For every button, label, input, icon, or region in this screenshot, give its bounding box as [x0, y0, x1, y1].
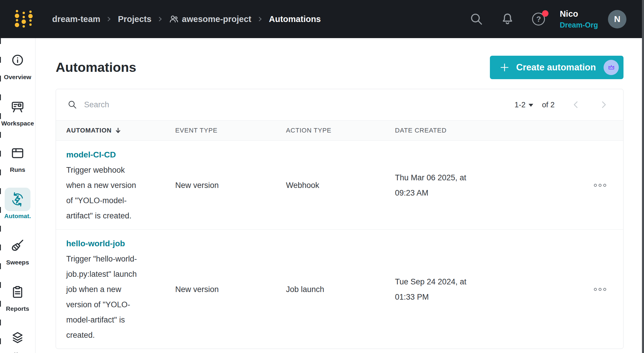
- previous-page-button[interactable]: [570, 99, 582, 111]
- scrollbar[interactable]: [642, 0, 644, 353]
- pagination: 1-2 of 2: [514, 99, 610, 111]
- automation-description: Trigger webhook when a new version of "Y…: [66, 162, 142, 223]
- clipboard-icon: [9, 284, 26, 300]
- page-range-dropdown[interactable]: 1-2: [514, 100, 533, 109]
- search-icon: [68, 100, 77, 109]
- sidebar-item-artifacts[interactable]: Artifacts: [0, 327, 35, 353]
- sidebar-item-workspace[interactable]: Workspace: [0, 95, 35, 127]
- info-icon: [9, 52, 26, 69]
- sidebar-item-label: Runs: [10, 166, 25, 173]
- caret-down-icon: [529, 104, 533, 107]
- wandb-logo-icon[interactable]: [13, 9, 34, 30]
- column-header-label: AUTOMATION: [66, 127, 112, 134]
- breadcrumb-separator-icon: [106, 16, 112, 22]
- breadcrumb-current-page: Automations: [269, 14, 321, 24]
- ellipsis-icon: [594, 184, 597, 187]
- column-header-action-type[interactable]: ACTION TYPE: [286, 127, 395, 134]
- create-automation-button[interactable]: Create automation: [490, 56, 623, 79]
- sidebar-item-label: Workspace: [1, 120, 34, 127]
- table-row: hello-world-job Trigger "hello-world-job…: [56, 230, 623, 349]
- search-input[interactable]: [84, 100, 514, 109]
- sidebar-item-label: Reports: [6, 305, 29, 312]
- main-content: Automations Create automation: [35, 56, 644, 349]
- topbar: dream-team Projects awesome-project Auto…: [0, 0, 644, 38]
- row-actions-button[interactable]: [592, 286, 609, 293]
- workspace-board-icon: [9, 99, 26, 115]
- page-title: Automations: [56, 60, 136, 75]
- table-row: model-CI-CD Trigger webhook when a new v…: [56, 141, 623, 230]
- avatar[interactable]: N: [608, 10, 626, 28]
- breadcrumb: dream-team Projects awesome-project Auto…: [52, 14, 321, 24]
- sidebar-item-sweeps[interactable]: Sweeps: [0, 234, 35, 266]
- runs-table-icon: [9, 145, 26, 161]
- premium-crown-icon: [604, 60, 619, 75]
- table-header-row: AUTOMATION EVENT TYPE ACTION TYPE DATE C…: [56, 120, 623, 141]
- sidebar-item-label: Sweeps: [6, 259, 29, 266]
- automation-cell: hello-world-job Trigger "hello-world-job…: [66, 236, 160, 343]
- event-type-cell: New version: [175, 285, 286, 294]
- sidebar-item-label: Artifacts: [5, 352, 30, 353]
- page-range-value: 1-2: [514, 100, 526, 109]
- user-menu[interactable]: Nico Dream-Org: [560, 9, 598, 30]
- topbar-actions: ? Nico Dream-Org N: [455, 9, 626, 30]
- breadcrumb-project-label: awesome-project: [182, 14, 251, 24]
- automations-table-card: 1-2 of 2 AUTOMATION EVENT TYPE AC: [56, 89, 623, 349]
- breadcrumb-project[interactable]: awesome-project: [169, 14, 251, 24]
- automation-link[interactable]: hello-world-job: [66, 236, 125, 251]
- sidebar-item-reports[interactable]: Reports: [0, 280, 35, 312]
- project-sidebar: Overview Workspace Runs Automat.: [0, 38, 35, 353]
- chevron-left-icon: [571, 100, 581, 110]
- create-automation-label: Create automation: [516, 62, 596, 73]
- automation-link[interactable]: model-CI-CD: [66, 147, 116, 162]
- automation-sync-bolt-icon: [9, 191, 26, 208]
- sidebar-item-overview[interactable]: Overview: [0, 49, 35, 81]
- page-total: of 2: [542, 100, 555, 109]
- action-type-cell: Webhook: [286, 181, 395, 190]
- breadcrumb-separator-icon: [157, 16, 163, 22]
- chevron-right-icon: [599, 100, 609, 110]
- breadcrumb-separator-icon: [257, 16, 263, 22]
- sort-desc-icon: [115, 127, 122, 134]
- help-button[interactable]: ?: [529, 10, 548, 28]
- row-spacer: [547, 147, 582, 223]
- notifications-button[interactable]: [498, 10, 517, 28]
- sidebar-item-label: Automat.: [4, 213, 31, 220]
- sidebar-item-automations[interactable]: Automat.: [0, 188, 35, 220]
- action-type-cell: Job launch: [286, 285, 395, 294]
- automation-description: Trigger "hello-world-job.py:latest" laun…: [66, 251, 142, 343]
- sidebar-item-label: Overview: [4, 74, 31, 81]
- avatar-initial: N: [614, 14, 621, 24]
- plus-icon: [499, 62, 510, 73]
- column-header-automation[interactable]: AUTOMATION: [66, 127, 175, 134]
- breadcrumb-projects[interactable]: Projects: [118, 14, 151, 24]
- date-created-cell: Tue Sep 24 2024, at 01:33 PM: [395, 274, 473, 305]
- user-name: Nico: [560, 9, 598, 19]
- window-left-edge: [0, 38, 1, 353]
- row-actions-button[interactable]: [592, 181, 609, 189]
- help-glyph: ?: [536, 15, 541, 24]
- event-type-cell: New version: [175, 181, 286, 190]
- layers-icon: [9, 330, 26, 347]
- row-spacer: [547, 236, 582, 343]
- global-search-button[interactable]: [467, 10, 486, 28]
- broom-icon: [9, 237, 26, 254]
- date-created-cell: Thu Mar 06 2025, at 09:23 AM: [395, 170, 473, 201]
- search-icon: [470, 12, 483, 26]
- notification-dot: [542, 10, 548, 17]
- breadcrumb-entity[interactable]: dream-team: [52, 14, 100, 24]
- bell-icon: [501, 12, 514, 26]
- column-header-event-type[interactable]: EVENT TYPE: [175, 127, 286, 134]
- automation-cell: model-CI-CD Trigger webhook when a new v…: [66, 147, 160, 223]
- sidebar-item-runs[interactable]: Runs: [0, 141, 35, 173]
- column-header-date-created[interactable]: DATE CREATED: [395, 127, 547, 134]
- table-toolbar: 1-2 of 2: [56, 89, 623, 120]
- ellipsis-icon: [594, 288, 597, 291]
- team-icon: [169, 14, 178, 24]
- user-org: Dream-Org: [560, 21, 598, 30]
- next-page-button[interactable]: [597, 99, 610, 111]
